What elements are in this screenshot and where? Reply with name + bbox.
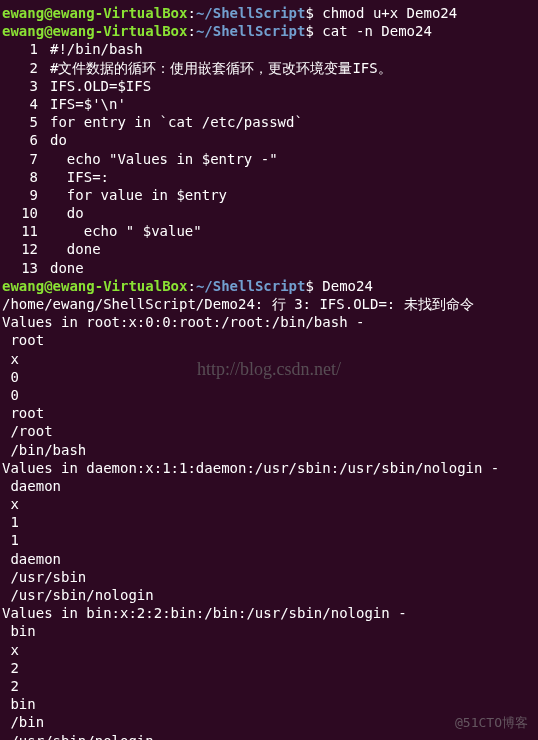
script-line: 10 do — [2, 204, 536, 222]
entry-value: daemon — [2, 477, 536, 495]
command-text: Demo24 — [322, 278, 373, 294]
error-output: /home/ewang/ShellScript/Demo24: 行 3: IFS… — [2, 295, 536, 313]
script-line: 6do — [2, 131, 536, 149]
entry-value: /bin/bash — [2, 441, 536, 459]
entry-value: /usr/sbin/nologin — [2, 732, 536, 741]
entry-value: /usr/sbin — [2, 568, 536, 586]
prompt-path: ~/ShellScript — [196, 23, 306, 39]
entry-value: x — [2, 495, 536, 513]
entry-header: Values in bin:x:2:2:bin:/bin:/usr/sbin/n… — [2, 604, 536, 622]
entry-header: Values in root:x:0:0:root:/root:/bin/bas… — [2, 313, 536, 331]
command-line-2: ewang@ewang-VirtualBox:~/ShellScript$ ca… — [2, 22, 536, 40]
script-line: 11 echo " $value" — [2, 222, 536, 240]
entry-value: 0 — [2, 368, 536, 386]
script-line: 8 IFS=: — [2, 168, 536, 186]
script-line: 7 echo "Values in $entry -" — [2, 150, 536, 168]
terminal-output[interactable]: ewang@ewang-VirtualBox:~/ShellScript$ ch… — [2, 4, 536, 740]
entry-value: 2 — [2, 677, 536, 695]
entry-value: 2 — [2, 659, 536, 677]
script-line: 13done — [2, 259, 536, 277]
entry-value: bin — [2, 695, 536, 713]
script-line: 3IFS.OLD=$IFS — [2, 77, 536, 95]
script-line: 2#文件数据的循环：使用嵌套循环，更改环境变量IFS。 — [2, 59, 536, 77]
script-line: 9 for value in $entry — [2, 186, 536, 204]
entry-value: x — [2, 350, 536, 368]
entry-value: root — [2, 404, 536, 422]
script-line: 5for entry in `cat /etc/passwd` — [2, 113, 536, 131]
script-content: 1#!/bin/bash 2#文件数据的循环：使用嵌套循环，更改环境变量IFS。… — [2, 40, 536, 276]
command-line-3: ewang@ewang-VirtualBox:~/ShellScript$ De… — [2, 277, 536, 295]
prompt-user-host: ewang@ewang-VirtualBox — [2, 23, 187, 39]
command-text: chmod u+x Demo24 — [322, 5, 457, 21]
script-line: 1#!/bin/bash — [2, 40, 536, 58]
script-line: 4IFS=$'\n' — [2, 95, 536, 113]
entry-value: /usr/sbin/nologin — [2, 586, 536, 604]
entry-value: 1 — [2, 513, 536, 531]
command-text: cat -n Demo24 — [322, 23, 432, 39]
entry-header: Values in daemon:x:1:1:daemon:/usr/sbin:… — [2, 459, 536, 477]
entry-value: /bin — [2, 713, 536, 731]
prompt-path: ~/ShellScript — [196, 278, 306, 294]
prompt-path: ~/ShellScript — [196, 5, 306, 21]
entry-value: daemon — [2, 550, 536, 568]
entry-value: x — [2, 641, 536, 659]
script-line: 12 done — [2, 240, 536, 258]
command-line-1: ewang@ewang-VirtualBox:~/ShellScript$ ch… — [2, 4, 536, 22]
entry-value: bin — [2, 622, 536, 640]
entry-value: root — [2, 331, 536, 349]
entry-value: 1 — [2, 531, 536, 549]
entry-value: /root — [2, 422, 536, 440]
prompt-user-host: ewang@ewang-VirtualBox — [2, 278, 187, 294]
entry-value: 0 — [2, 386, 536, 404]
prompt-user-host: ewang@ewang-VirtualBox — [2, 5, 187, 21]
